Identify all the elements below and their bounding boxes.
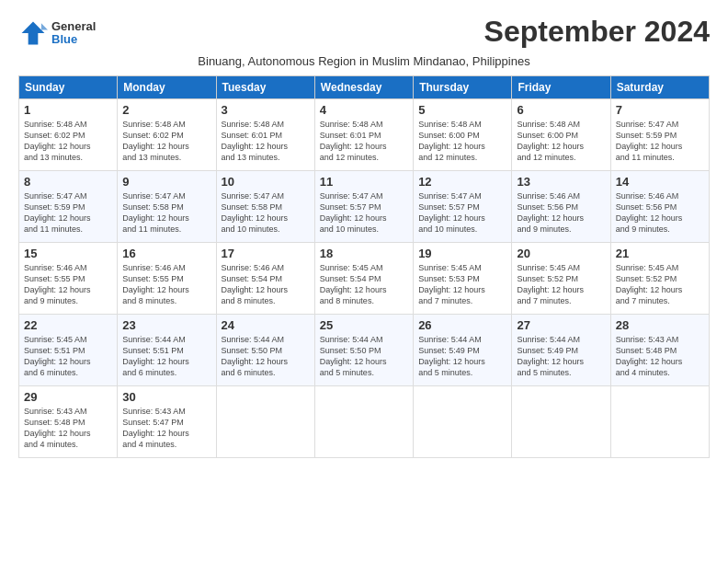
calendar-week-4: 22Sunrise: 5:45 AM Sunset: 5:51 PM Dayli… xyxy=(19,315,710,386)
logo: General Blue xyxy=(18,18,96,48)
cell-details: Sunrise: 5:45 AM Sunset: 5:54 PM Dayligh… xyxy=(320,262,408,307)
calendar-cell xyxy=(314,386,413,458)
day-number: 25 xyxy=(320,318,408,332)
calendar-cell: 6Sunrise: 5:48 AM Sunset: 6:00 PM Daylig… xyxy=(512,99,610,171)
calendar-cell: 26Sunrise: 5:44 AM Sunset: 5:49 PM Dayli… xyxy=(414,315,512,386)
calendar-week-5: 29Sunrise: 5:43 AM Sunset: 5:48 PM Dayli… xyxy=(19,386,710,458)
day-number: 23 xyxy=(122,318,210,332)
day-number: 2 xyxy=(122,103,210,117)
day-number: 11 xyxy=(320,175,408,189)
day-number: 9 xyxy=(122,175,210,189)
svg-marker-1 xyxy=(41,23,48,29)
logo-general: General xyxy=(51,20,96,33)
cell-details: Sunrise: 5:47 AM Sunset: 5:59 PM Dayligh… xyxy=(24,190,112,236)
day-number: 24 xyxy=(222,318,310,332)
calendar-cell: 10Sunrise: 5:47 AM Sunset: 5:58 PM Dayli… xyxy=(216,171,314,243)
logo-icon xyxy=(18,18,48,48)
logo-blue: Blue xyxy=(51,33,96,46)
weekday-header-wednesday: Wednesday xyxy=(314,76,413,99)
svg-marker-0 xyxy=(22,22,45,45)
day-number: 27 xyxy=(517,318,605,332)
cell-details: Sunrise: 5:47 AM Sunset: 5:58 PM Dayligh… xyxy=(222,190,310,236)
logo-text: General Blue xyxy=(51,20,96,47)
cell-details: Sunrise: 5:48 AM Sunset: 6:00 PM Dayligh… xyxy=(517,119,605,164)
calendar-cell: 9Sunrise: 5:47 AM Sunset: 5:58 PM Daylig… xyxy=(118,171,216,243)
day-number: 30 xyxy=(122,390,210,404)
calendar-cell: 25Sunrise: 5:44 AM Sunset: 5:50 PM Dayli… xyxy=(314,315,413,386)
calendar-cell: 23Sunrise: 5:44 AM Sunset: 5:51 PM Dayli… xyxy=(118,315,216,386)
day-number: 5 xyxy=(418,103,506,117)
calendar-cell: 11Sunrise: 5:47 AM Sunset: 5:57 PM Dayli… xyxy=(314,171,413,243)
cell-details: Sunrise: 5:44 AM Sunset: 5:51 PM Dayligh… xyxy=(122,334,210,379)
day-number: 22 xyxy=(24,318,112,332)
day-number: 6 xyxy=(517,103,605,117)
calendar-subtitle: Binuang, Autonomous Region in Muslim Min… xyxy=(18,54,710,68)
calendar-cell: 14Sunrise: 5:46 AM Sunset: 5:56 PM Dayli… xyxy=(610,171,709,243)
calendar-cell xyxy=(216,386,314,458)
calendar-table: SundayMondayTuesdayWednesdayThursdayFrid… xyxy=(18,75,710,458)
day-number: 16 xyxy=(122,247,210,260)
calendar-cell: 19Sunrise: 5:45 AM Sunset: 5:53 PM Dayli… xyxy=(414,243,512,315)
calendar-cell: 27Sunrise: 5:44 AM Sunset: 5:49 PM Dayli… xyxy=(512,315,610,386)
day-number: 10 xyxy=(222,175,310,189)
cell-details: Sunrise: 5:43 AM Sunset: 5:48 PM Dayligh… xyxy=(24,406,112,451)
cell-details: Sunrise: 5:45 AM Sunset: 5:52 PM Dayligh… xyxy=(517,262,605,307)
day-number: 3 xyxy=(222,103,310,117)
day-number: 18 xyxy=(320,247,408,260)
cell-details: Sunrise: 5:45 AM Sunset: 5:51 PM Dayligh… xyxy=(24,334,112,379)
cell-details: Sunrise: 5:46 AM Sunset: 5:55 PM Dayligh… xyxy=(122,262,210,307)
calendar-cell: 15Sunrise: 5:46 AM Sunset: 5:55 PM Dayli… xyxy=(19,243,118,315)
cell-details: Sunrise: 5:48 AM Sunset: 6:00 PM Dayligh… xyxy=(418,119,506,164)
day-number: 1 xyxy=(24,103,112,117)
calendar-cell xyxy=(414,386,512,458)
day-number: 7 xyxy=(616,103,704,117)
day-number: 14 xyxy=(616,175,704,189)
calendar-cell: 24Sunrise: 5:44 AM Sunset: 5:50 PM Dayli… xyxy=(216,315,314,386)
day-number: 4 xyxy=(320,103,408,117)
cell-details: Sunrise: 5:44 AM Sunset: 5:49 PM Dayligh… xyxy=(517,334,605,379)
weekday-header-saturday: Saturday xyxy=(610,76,709,99)
day-number: 20 xyxy=(517,247,605,260)
cell-details: Sunrise: 5:47 AM Sunset: 5:58 PM Dayligh… xyxy=(122,190,210,236)
cell-details: Sunrise: 5:48 AM Sunset: 6:02 PM Dayligh… xyxy=(24,119,112,164)
calendar-cell: 8Sunrise: 5:47 AM Sunset: 5:59 PM Daylig… xyxy=(19,171,118,243)
day-number: 15 xyxy=(24,247,112,260)
calendar-week-1: 1Sunrise: 5:48 AM Sunset: 6:02 PM Daylig… xyxy=(19,99,710,171)
calendar-cell: 20Sunrise: 5:45 AM Sunset: 5:52 PM Dayli… xyxy=(512,243,610,315)
day-number: 12 xyxy=(418,175,506,189)
cell-details: Sunrise: 5:46 AM Sunset: 5:54 PM Dayligh… xyxy=(222,262,310,307)
calendar-cell: 5Sunrise: 5:48 AM Sunset: 6:00 PM Daylig… xyxy=(414,99,512,171)
calendar-cell: 13Sunrise: 5:46 AM Sunset: 5:56 PM Dayli… xyxy=(512,171,610,243)
weekday-header-sunday: Sunday xyxy=(19,76,118,99)
cell-details: Sunrise: 5:45 AM Sunset: 5:52 PM Dayligh… xyxy=(616,262,704,307)
calendar-page: General Blue September 2024 Binuang, Aut… xyxy=(0,0,728,467)
cell-details: Sunrise: 5:43 AM Sunset: 5:47 PM Dayligh… xyxy=(122,406,210,451)
calendar-cell: 28Sunrise: 5:43 AM Sunset: 5:48 PM Dayli… xyxy=(610,315,709,386)
cell-details: Sunrise: 5:43 AM Sunset: 5:48 PM Dayligh… xyxy=(616,334,704,379)
cell-details: Sunrise: 5:46 AM Sunset: 5:56 PM Dayligh… xyxy=(517,190,605,236)
cell-details: Sunrise: 5:46 AM Sunset: 5:56 PM Dayligh… xyxy=(616,190,704,236)
cell-details: Sunrise: 5:45 AM Sunset: 5:53 PM Dayligh… xyxy=(418,262,506,307)
day-number: 28 xyxy=(616,318,704,332)
cell-details: Sunrise: 5:44 AM Sunset: 5:49 PM Dayligh… xyxy=(418,334,506,379)
calendar-cell: 22Sunrise: 5:45 AM Sunset: 5:51 PM Dayli… xyxy=(19,315,118,386)
day-number: 13 xyxy=(517,175,605,189)
day-number: 29 xyxy=(24,390,112,404)
calendar-cell: 18Sunrise: 5:45 AM Sunset: 5:54 PM Dayli… xyxy=(314,243,413,315)
calendar-cell: 4Sunrise: 5:48 AM Sunset: 6:01 PM Daylig… xyxy=(314,99,413,171)
cell-details: Sunrise: 5:46 AM Sunset: 5:55 PM Dayligh… xyxy=(24,262,112,307)
day-number: 26 xyxy=(418,318,506,332)
month-title: September 2024 xyxy=(484,15,710,49)
weekday-header-monday: Monday xyxy=(118,76,216,99)
calendar-cell: 16Sunrise: 5:46 AM Sunset: 5:55 PM Dayli… xyxy=(118,243,216,315)
calendar-cell xyxy=(610,386,709,458)
cell-details: Sunrise: 5:47 AM Sunset: 5:57 PM Dayligh… xyxy=(320,190,408,236)
day-number: 19 xyxy=(418,247,506,260)
cell-details: Sunrise: 5:47 AM Sunset: 5:59 PM Dayligh… xyxy=(616,119,704,164)
cell-details: Sunrise: 5:44 AM Sunset: 5:50 PM Dayligh… xyxy=(222,334,310,379)
weekday-header-friday: Friday xyxy=(512,76,610,99)
weekday-header-thursday: Thursday xyxy=(414,76,512,99)
calendar-cell: 21Sunrise: 5:45 AM Sunset: 5:52 PM Dayli… xyxy=(610,243,709,315)
header-row: General Blue September 2024 xyxy=(18,15,710,49)
calendar-cell: 12Sunrise: 5:47 AM Sunset: 5:57 PM Dayli… xyxy=(414,171,512,243)
